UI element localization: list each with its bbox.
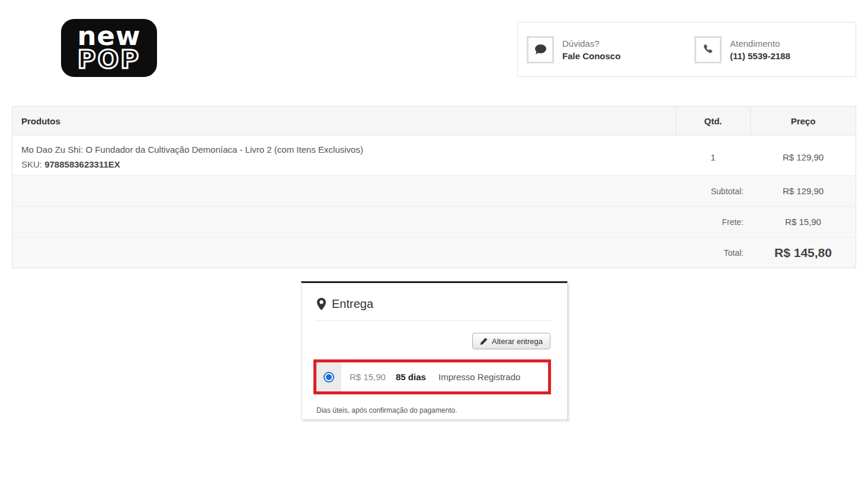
logo-text-pop: POP (78, 48, 140, 72)
total-value: R$ 145,80 (751, 237, 856, 268)
shipping-radio-button[interactable] (325, 373, 333, 381)
table-row-subtotal: Subtotal: R$ 129,90 (12, 175, 856, 206)
phone-icon (694, 36, 722, 63)
delivery-panel: Entrega Alterar entrega R$ 15,90 85 dias… (301, 281, 568, 420)
alterar-entrega-label: Alterar entrega (492, 337, 543, 346)
frete-label: Frete: (12, 207, 751, 237)
frete-value: R$ 15,90 (751, 207, 856, 237)
contact-item-atendimento: Atendimento (11) 5539-2188 (694, 36, 790, 63)
shipping-radio-cell[interactable] (316, 362, 341, 391)
subtotal-label: Subtotal: (12, 176, 751, 206)
logo-text-new: new (77, 24, 140, 48)
table-row-total: Total: R$ 145,80 (12, 237, 856, 268)
alterar-entrega-button[interactable]: Alterar entrega (472, 333, 550, 349)
shipping-method: Impresso Registrado (438, 372, 520, 382)
column-header-price: Preço (751, 107, 856, 135)
table-row-frete: Frete: R$ 15,90 (12, 206, 856, 237)
newpop-logo[interactable]: new POP (61, 19, 157, 77)
product-sku: SKU: 9788583623311EX (21, 157, 667, 172)
shipping-option-selected[interactable]: R$ 15,90 85 dias Impresso Registrado (313, 359, 551, 394)
contact-link-fale-conosco[interactable]: Fale Conosco (562, 50, 620, 62)
product-title-link[interactable]: Mo Dao Zu Shi: O Fundador da Cultivação … (21, 142, 667, 157)
contact-line-duvidas: Dúvidas? (562, 37, 620, 50)
column-header-qty: Qtd. (675, 107, 751, 135)
product-price: R$ 129,90 (751, 136, 856, 178)
order-summary-table: Produtos Qtd. Preço Mo Dao Zu Shi: O Fun… (12, 106, 856, 268)
sku-label: SKU: (21, 159, 42, 169)
column-header-products: Produtos (12, 107, 675, 135)
contact-line-atendimento: Atendimento (730, 37, 790, 50)
shipping-days: 85 dias (396, 372, 438, 382)
table-row-product: Mo Dao Zu Shi: O Fundador da Cultivação … (12, 135, 856, 175)
shipping-note: Dias úteis, após confirmação do pagament… (316, 406, 567, 415)
pencil-icon (480, 338, 488, 345)
product-qty: 1 (675, 136, 751, 178)
contact-item-fale-conosco[interactable]: Dúvidas? Fale Conosco (527, 36, 686, 63)
contact-box: Dúvidas? Fale Conosco Atendimento (11) 5… (517, 22, 856, 77)
shipping-price: R$ 15,90 (350, 372, 396, 382)
total-label: Total: (12, 237, 751, 268)
divider (315, 320, 553, 321)
speech-bubble-icon (527, 36, 554, 63)
delivery-title: Entrega (332, 297, 373, 311)
sku-value: 9788583623311EX (44, 159, 120, 169)
contact-phone-number: (11) 5539-2188 (730, 50, 790, 62)
map-pin-icon (317, 298, 326, 310)
table-header-row: Produtos Qtd. Preço (12, 107, 856, 135)
subtotal-value: R$ 129,90 (751, 176, 856, 206)
